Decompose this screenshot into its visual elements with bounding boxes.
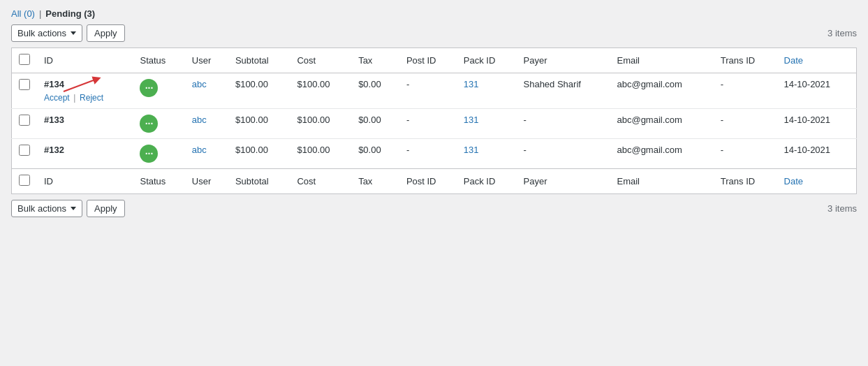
col-footer-subtotal: Subtotal xyxy=(228,169,290,194)
row-checkbox-cell[interactable] xyxy=(12,73,38,109)
col-footer-pack-id: Pack ID xyxy=(457,169,517,194)
chevron-down-icon-bottom xyxy=(71,207,76,210)
table-row: #132 ··· abc $100.00 $100.00 $0.00 - 131… xyxy=(12,139,857,169)
row-pack-id-cell: 131 xyxy=(457,109,517,139)
svg-line-1 xyxy=(64,79,97,92)
col-header-payer: Payer xyxy=(517,48,610,73)
col-footer-tax: Tax xyxy=(351,169,399,194)
accept-action[interactable]: Accept xyxy=(44,93,70,103)
bulk-actions-label-bottom: Bulk actions xyxy=(17,203,66,214)
select-all-checkbox[interactable] xyxy=(19,54,30,65)
row-post-id-cell: - xyxy=(399,139,457,169)
row-payer-cell: Shahed Sharif xyxy=(517,73,610,109)
user-link[interactable]: abc xyxy=(192,115,207,125)
select-all-checkbox-footer[interactable] xyxy=(19,175,30,186)
row-tax-cell: $0.00 xyxy=(351,109,399,139)
select-all-footer[interactable] xyxy=(12,169,38,194)
table-footer-row: ID Status User Subtotal Cost Tax Post ID… xyxy=(12,169,857,194)
row-id: #133 xyxy=(44,115,64,125)
status-icon[interactable]: ··· xyxy=(140,79,158,97)
col-header-tax: Tax xyxy=(351,48,399,73)
pack-id-link[interactable]: 131 xyxy=(464,145,479,155)
items-count-bottom: 3 items xyxy=(827,203,857,214)
row-subtotal-cell: $100.00 xyxy=(228,73,290,109)
col-footer-user: User xyxy=(185,169,228,194)
bulk-actions-label: Bulk actions xyxy=(17,28,66,38)
row-checkbox[interactable] xyxy=(19,79,30,90)
apply-button-top[interactable]: Apply xyxy=(87,24,125,42)
status-icon[interactable]: ··· xyxy=(140,115,158,133)
col-footer-date[interactable]: Date xyxy=(777,169,857,194)
col-header-trans-id: Trans ID xyxy=(714,48,777,73)
col-header-id: ID xyxy=(37,48,133,73)
col-header-post-id: Post ID xyxy=(399,48,457,73)
row-checkbox[interactable] xyxy=(19,115,30,126)
status-icon[interactable]: ··· xyxy=(140,145,158,163)
pack-id-link[interactable]: 131 xyxy=(464,79,479,89)
user-link[interactable]: abc xyxy=(192,79,207,89)
row-checkbox-cell[interactable] xyxy=(12,109,38,139)
row-payer-cell: - xyxy=(517,139,610,169)
row-id-cell: #132 xyxy=(37,139,133,169)
filter-all[interactable]: All (0) xyxy=(11,8,35,19)
row-user-cell: abc xyxy=(185,73,228,109)
row-post-id-cell: - xyxy=(399,109,457,139)
row-id: #134 xyxy=(44,79,64,89)
row-pack-id-cell: 131 xyxy=(457,73,517,109)
row-actions: Accept | Reject xyxy=(44,92,126,103)
row-user-cell: abc xyxy=(185,139,228,169)
items-count-top: 3 items xyxy=(827,28,857,38)
row-tax-cell: $0.00 xyxy=(351,73,399,109)
row-subtotal-cell: $100.00 xyxy=(228,139,290,169)
chevron-down-icon xyxy=(71,31,76,35)
table-row: #133 ··· abc $100.00 $100.00 $0.00 - 131… xyxy=(12,109,857,139)
user-link[interactable]: abc xyxy=(192,145,207,155)
row-trans-id-cell: - xyxy=(714,109,777,139)
col-header-email: Email xyxy=(610,48,713,73)
col-footer-payer: Payer xyxy=(517,169,610,194)
row-cost-cell: $100.00 xyxy=(290,139,351,169)
bulk-actions-dropdown-bottom[interactable]: Bulk actions xyxy=(11,200,82,217)
row-user-cell: abc xyxy=(185,109,228,139)
row-email-cell: abc@gmail.com xyxy=(610,139,713,169)
filter-links: All (0) | Pending (3) xyxy=(11,8,95,19)
col-footer-email: Email xyxy=(610,169,713,194)
row-subtotal-cell: $100.00 xyxy=(228,109,290,139)
row-tax-cell: $0.00 xyxy=(351,139,399,169)
filter-pending[interactable]: Pending (3) xyxy=(45,8,95,19)
row-date-cell: 14-10-2021 xyxy=(777,109,857,139)
filter-separator: | xyxy=(39,8,41,19)
row-id: #132 xyxy=(44,145,64,155)
apply-button-bottom[interactable]: Apply xyxy=(87,200,125,217)
row-trans-id-cell: - xyxy=(714,73,777,109)
row-id-cell: #133 xyxy=(37,109,133,139)
select-all-header[interactable] xyxy=(12,48,38,73)
top-toolbar: Bulk actions Apply 3 items xyxy=(11,24,857,42)
row-status-cell: ··· xyxy=(133,109,184,139)
bulk-actions-dropdown[interactable]: Bulk actions xyxy=(11,24,82,42)
col-footer-id: ID xyxy=(37,169,133,194)
row-checkbox-cell[interactable] xyxy=(12,139,38,169)
row-date-cell: 14-10-2021 xyxy=(777,73,857,109)
col-header-pack-id: Pack ID xyxy=(457,48,517,73)
col-header-subtotal: Subtotal xyxy=(228,48,290,73)
col-header-cost: Cost xyxy=(290,48,351,73)
row-email-cell: abc@gmail.com xyxy=(610,73,713,109)
transactions-table: ID Status User Subtotal Cost Tax Post ID… xyxy=(11,47,857,194)
row-payer-cell: - xyxy=(517,109,610,139)
row-date-cell: 14-10-2021 xyxy=(777,139,857,169)
table-row: #134 Accept | Re xyxy=(12,73,857,109)
row-pack-id-cell: 131 xyxy=(457,139,517,169)
red-arrow-indicator xyxy=(64,75,105,94)
bulk-actions-group-bottom: Bulk actions Apply xyxy=(11,200,125,217)
col-footer-post-id: Post ID xyxy=(399,169,457,194)
row-checkbox[interactable] xyxy=(19,145,30,156)
col-header-date[interactable]: Date xyxy=(777,48,857,73)
pack-id-link[interactable]: 131 xyxy=(464,115,479,125)
row-email-cell: abc@gmail.com xyxy=(610,109,713,139)
reject-action[interactable]: Reject xyxy=(80,93,103,103)
table-body: #134 Accept | Re xyxy=(12,73,857,169)
col-header-status: Status xyxy=(133,48,184,73)
row-status-cell: ··· xyxy=(133,73,184,109)
row-status-cell: ··· xyxy=(133,139,184,169)
